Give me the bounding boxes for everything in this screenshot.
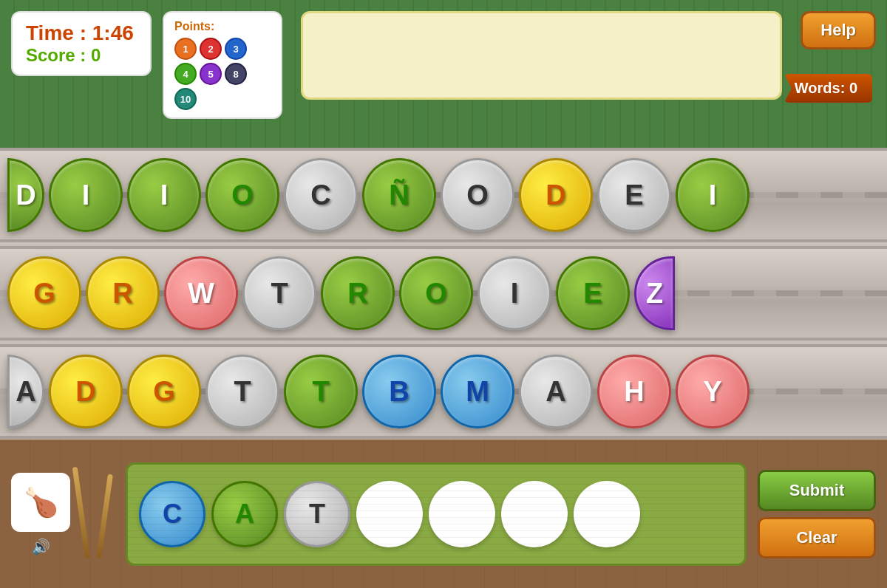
point-4: 4: [174, 63, 197, 85]
plate-T-2[interactable]: T: [205, 355, 279, 428]
time-value: 1:46: [92, 21, 134, 44]
point-10: 10: [174, 88, 197, 110]
plate-A-1[interactable]: A: [519, 355, 593, 428]
clear-button[interactable]: Clear: [758, 517, 876, 558]
time-score-box: Time : 1:46 Score : 0: [11, 11, 152, 76]
plate-C-1[interactable]: C: [284, 158, 358, 232]
submit-button[interactable]: Submit: [758, 470, 876, 511]
plate-I-3[interactable]: I: [676, 158, 750, 232]
plate-M-1[interactable]: M: [441, 355, 514, 428]
action-buttons: Submit Clear: [758, 470, 876, 558]
plate-O-2[interactable]: O: [441, 158, 514, 232]
point-2: 2: [200, 38, 222, 60]
answer-slot-0[interactable]: C: [139, 481, 205, 547]
words-label: Words:: [795, 80, 846, 96]
plate-half-left-3[interactable]: A: [7, 355, 44, 428]
time-display: Time : 1:46: [26, 21, 137, 45]
score-value: 0: [91, 45, 101, 65]
plate-E-2[interactable]: E: [556, 256, 630, 330]
points-title: Points:: [174, 20, 271, 33]
plate-N-1[interactable]: Ñ: [362, 158, 436, 232]
plate-D-1[interactable]: D: [519, 158, 593, 232]
point-5: 5: [200, 63, 222, 85]
plate-T-1[interactable]: T: [242, 256, 316, 330]
conveyor-row-1: D I I O C Ñ O D E I: [0, 148, 887, 242]
answer-slot-4[interactable]: [429, 481, 495, 547]
score-label: Score :: [26, 45, 91, 65]
plate-O-3[interactable]: O: [399, 256, 473, 330]
answer-slot-3[interactable]: [356, 481, 423, 547]
chopsticks: [81, 466, 111, 562]
words-banner: Words: 0: [784, 74, 872, 103]
sound-button[interactable]: 🔊: [32, 538, 50, 555]
plate-T-3[interactable]: T: [284, 355, 358, 428]
plate-W-1[interactable]: W: [164, 256, 238, 330]
plate-H-1[interactable]: H: [597, 355, 671, 428]
word-input-area: [301, 11, 782, 100]
plate-E-1[interactable]: E: [597, 158, 671, 232]
plate-I-2[interactable]: I: [127, 158, 201, 232]
score-display: Score : 0: [26, 45, 137, 66]
plate-I-1[interactable]: I: [49, 158, 123, 232]
bottom-area: 🍗 🔊 C A T Submit Clear: [0, 440, 887, 588]
plate-D-2[interactable]: D: [49, 355, 123, 428]
plate-R-2[interactable]: R: [321, 256, 395, 330]
top-area: Time : 1:46 Score : 0 Points: 1 2 3 4 5 …: [0, 0, 887, 148]
time-label: Time :: [26, 21, 92, 44]
plate-G-2[interactable]: G: [127, 355, 201, 428]
answer-slot-5[interactable]: [501, 481, 568, 547]
point-8: 8: [225, 63, 247, 85]
answer-area: C A T: [126, 462, 747, 566]
food-icon: 🍗: [24, 486, 58, 519]
answer-slot-2[interactable]: T: [284, 481, 350, 547]
point-1: 1: [174, 38, 197, 60]
plate-Y-1[interactable]: Y: [676, 355, 750, 428]
conveyor-row-3: A D G T T B M A H Y: [0, 344, 887, 439]
conveyor-row-2: G R W T R O I E Z: [0, 246, 887, 341]
points-box: Points: 1 2 3 4 5 8 10: [163, 11, 282, 119]
plate-half-left-1[interactable]: D: [7, 158, 44, 232]
conveyor-area: D I I O C Ñ O D E I G R W T R O I E Z A …: [0, 148, 887, 440]
answer-slot-1[interactable]: A: [211, 481, 278, 547]
point-3: 3: [225, 38, 247, 60]
answer-slot-6[interactable]: [574, 481, 640, 547]
plate-B-1[interactable]: B: [362, 355, 436, 428]
words-value: 0: [849, 80, 857, 96]
plate-G-1[interactable]: G: [7, 256, 81, 330]
plate-O-1[interactable]: O: [205, 158, 279, 232]
food-icon-box: 🍗: [11, 473, 70, 532]
help-button[interactable]: Help: [801, 11, 876, 49]
plate-R-1[interactable]: R: [86, 256, 160, 330]
points-circles: 1 2 3 4 5 8 10: [174, 38, 271, 110]
plate-half-right-2[interactable]: Z: [634, 256, 675, 330]
plate-I-4[interactable]: I: [478, 256, 551, 330]
